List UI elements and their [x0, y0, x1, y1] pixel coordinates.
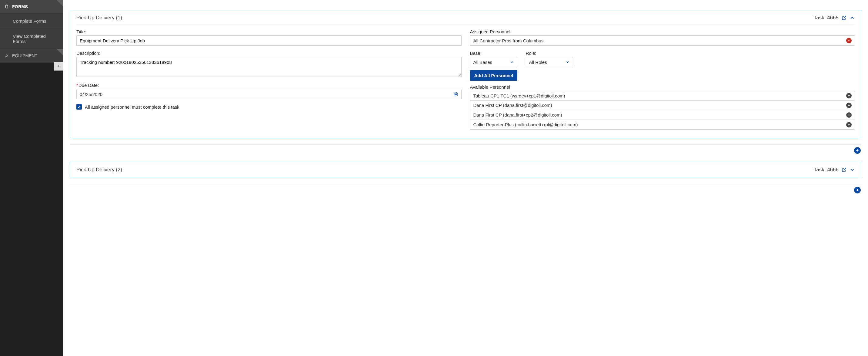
task-form-left: Title: Description: Due Date: 04/25/2020	[76, 29, 462, 130]
base-label: Base:	[470, 50, 517, 56]
svg-point-7	[456, 95, 456, 95]
chevron-left-icon	[57, 65, 60, 68]
task-card-actions: Task: 4665	[814, 15, 855, 21]
add-task-button[interactable]	[854, 147, 861, 154]
add-person-button[interactable]	[846, 112, 851, 118]
person-label: Collin Reporter Plus (collin.barrett+rpl…	[473, 122, 578, 127]
plus-icon	[856, 149, 859, 152]
due-date-label: Due Date:	[76, 83, 462, 88]
task-card-2: Pick-Up Delivery (2) Task: 4666	[70, 162, 861, 178]
task-card-title: Pick-Up Delivery (2)	[76, 167, 122, 173]
due-date-value: 04/25/2020	[80, 92, 102, 97]
assigned-label: Assigned Personnel	[470, 29, 855, 34]
chevron-down-icon	[510, 60, 514, 64]
role-select[interactable]: All Roles	[526, 57, 573, 67]
assigned-personnel-box[interactable]: All Contractor Pros from Columbus	[470, 35, 855, 46]
task-card-title: Pick-Up Delivery (1)	[76, 15, 122, 21]
add-person-button[interactable]	[846, 103, 851, 108]
external-link-icon[interactable]	[842, 15, 846, 20]
sidebar: FORMS Complete Forms View Completed Form…	[0, 0, 63, 356]
due-date-input[interactable]: 04/25/2020	[76, 89, 462, 99]
add-person-button[interactable]	[846, 93, 851, 98]
base-select[interactable]: All Bases	[470, 57, 517, 67]
task-card-header: Pick-Up Delivery (2) Task: 4666	[76, 167, 855, 173]
available-personnel-list: Tableau CP1 TC1 (wsrdev+cp1@digitoil.com…	[470, 91, 855, 130]
remove-assigned-button[interactable]	[846, 38, 851, 43]
assigned-personnel-value: All Contractor Pros from Columbus	[473, 38, 544, 43]
task-card-header: Pick-Up Delivery (1) Task: 4665	[76, 15, 855, 25]
sidebar-item-view-completed-forms[interactable]: View Completed Forms	[0, 29, 63, 49]
expand-toggle[interactable]	[849, 167, 855, 173]
sidebar-item-complete-forms[interactable]: Complete Forms	[0, 13, 63, 29]
add-all-personnel-button[interactable]: Add All Personnel	[470, 70, 518, 81]
all-must-complete-row: All assigned personnel must complete thi…	[76, 104, 462, 110]
task-form-right: Assigned Personnel All Contractor Pros f…	[470, 29, 855, 130]
external-link-icon[interactable]	[842, 168, 846, 172]
task-form: Title: Description: Due Date: 04/25/2020	[76, 29, 855, 130]
task-id-label: Task: 4665	[814, 15, 839, 21]
description-label: Description:	[76, 50, 462, 56]
sidebar-section-forms-label: FORMS	[12, 4, 28, 9]
chevron-down-icon	[565, 60, 570, 64]
base-value: All Bases	[473, 60, 493, 65]
plus-icon	[847, 113, 850, 116]
svg-line-1	[844, 16, 846, 18]
task-card-actions: Task: 4666	[814, 167, 855, 173]
available-personnel-label: Available Personnel	[470, 84, 855, 90]
sidebar-section-forms[interactable]: FORMS	[0, 0, 63, 13]
all-must-complete-label: All assigned personnel must complete thi…	[85, 104, 179, 110]
task-card-1: Pick-Up Delivery (1) Task: 4665	[70, 10, 861, 138]
svg-point-6	[455, 95, 455, 95]
plus-icon	[847, 104, 850, 107]
wrench-icon	[4, 53, 9, 58]
add-task-row	[70, 184, 861, 201]
title-label: Title:	[76, 29, 462, 34]
add-person-button[interactable]	[846, 122, 851, 128]
title-input[interactable]	[76, 35, 462, 46]
main-content: Pick-Up Delivery (1) Task: 4665	[63, 0, 868, 356]
corner-decoration	[57, 0, 63, 7]
add-task-row	[70, 144, 861, 162]
sidebar-collapse[interactable]	[54, 62, 63, 71]
task-id-label: Task: 4666	[814, 167, 839, 173]
sidebar-forms-submenu: Complete Forms View Completed Forms	[0, 13, 63, 49]
sidebar-section-equipment-label: EQUIPMENT	[12, 53, 37, 58]
person-row: Dana First CP (dana.first+cp2@digitoil.c…	[470, 110, 855, 120]
check-icon	[77, 105, 81, 109]
sidebar-section-equipment[interactable]: EQUIPMENT	[0, 49, 63, 63]
person-row: Collin Reporter Plus (collin.barrett+rpl…	[470, 120, 855, 130]
role-label: Role:	[526, 50, 573, 56]
calendar-icon	[454, 92, 458, 97]
person-label: Dana First CP (dana.first@digitoil.com)	[473, 103, 552, 108]
role-value: All Roles	[529, 60, 547, 65]
corner-decoration	[57, 49, 63, 56]
svg-line-21	[844, 168, 846, 170]
all-must-complete-checkbox[interactable]	[76, 104, 82, 110]
plus-icon	[856, 188, 859, 192]
collapse-toggle[interactable]	[849, 15, 855, 21]
person-label: Tableau CP1 TC1 (wsrdev+cp1@digitoil.com…	[473, 93, 565, 98]
description-input[interactable]	[76, 57, 462, 77]
plus-icon	[847, 94, 850, 97]
clipboard-icon	[4, 4, 9, 9]
person-row: Dana First CP (dana.first@digitoil.com)	[470, 101, 855, 110]
plus-icon	[847, 123, 850, 126]
person-row: Tableau CP1 TC1 (wsrdev+cp1@digitoil.com…	[470, 91, 855, 101]
add-task-button[interactable]	[854, 187, 861, 193]
x-icon	[848, 39, 850, 42]
person-label: Dana First CP (dana.first+cp2@digitoil.c…	[473, 112, 562, 117]
svg-rect-0	[6, 5, 8, 8]
